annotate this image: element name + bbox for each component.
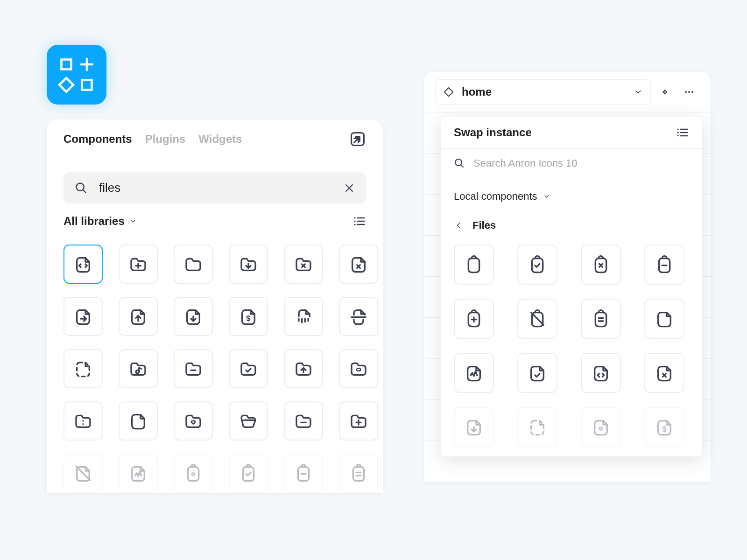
search-icon xyxy=(75,182,88,195)
list-view-icon[interactable] xyxy=(353,215,366,228)
file-code-icon[interactable] xyxy=(581,353,621,393)
instance-name: home xyxy=(462,85,626,98)
tab-plugins[interactable]: Plugins xyxy=(145,133,186,146)
category-back[interactable]: Files xyxy=(441,215,702,243)
folder-plus-icon[interactable] xyxy=(339,401,378,441)
clipboard-icon[interactable] xyxy=(454,245,494,285)
file-download-icon[interactable] xyxy=(174,297,213,336)
folder-remove-icon[interactable] xyxy=(284,245,323,284)
clipboard-minus-icon[interactable] xyxy=(284,454,323,493)
file-upload-icon[interactable] xyxy=(119,297,158,336)
svg-point-11 xyxy=(685,91,687,93)
svg-point-13 xyxy=(691,91,693,93)
svg-rect-2 xyxy=(59,78,73,92)
scope-dropdown[interactable]: Local components xyxy=(441,178,702,215)
clipboard-check-icon[interactable] xyxy=(229,454,268,493)
instance-header: home xyxy=(424,72,711,112)
components-panel: Components Plugins Widgets All libraries xyxy=(47,119,383,493)
square-outline-icon xyxy=(78,77,95,93)
file-code-icon[interactable] xyxy=(63,245,103,284)
file-dashed-icon[interactable] xyxy=(517,407,557,447)
clear-search-icon[interactable] xyxy=(344,182,355,194)
file-dollar-icon[interactable]: $ xyxy=(229,297,268,336)
svg-rect-3 xyxy=(82,80,92,90)
file-heart-icon[interactable] xyxy=(581,407,621,447)
swap-search-input[interactable] xyxy=(473,157,689,169)
folder-minus-2-icon[interactable] xyxy=(284,401,323,441)
tab-components[interactable]: Components xyxy=(63,133,132,146)
instance-diamond-icon xyxy=(443,86,454,98)
pop-out-icon[interactable] xyxy=(349,131,366,147)
square-icon xyxy=(58,56,75,73)
folder-icon[interactable] xyxy=(174,245,213,284)
svg-text:$: $ xyxy=(662,425,667,434)
svg-point-9 xyxy=(82,423,84,425)
file-slash-icon[interactable] xyxy=(63,454,103,493)
diamond-icon xyxy=(58,77,75,93)
clipboard-remove-icon[interactable] xyxy=(581,245,621,285)
folder-add-icon[interactable] xyxy=(119,245,158,284)
swap-search-box xyxy=(441,148,702,178)
search-input[interactable] xyxy=(99,181,332,195)
file-dollar-icon[interactable]: $ xyxy=(644,407,684,447)
instance-select[interactable]: home xyxy=(435,79,651,105)
svg-point-8 xyxy=(82,420,84,421)
category-label: Files xyxy=(472,219,496,231)
file-activity-icon[interactable] xyxy=(119,454,158,493)
clipboard-slash-icon[interactable] xyxy=(517,299,557,339)
folder-more-icon[interactable] xyxy=(63,401,103,441)
clipboard-heart-icon[interactable] xyxy=(174,454,213,493)
libraries-dropdown[interactable]: All libraries xyxy=(63,215,137,228)
file-export-icon[interactable] xyxy=(63,297,103,336)
file-remove-icon[interactable] xyxy=(339,245,378,284)
folder-check-icon[interactable] xyxy=(229,349,268,388)
folder-download-icon[interactable] xyxy=(229,245,268,284)
more-icon[interactable] xyxy=(679,82,699,102)
svg-point-12 xyxy=(688,91,690,93)
file-dashed-icon[interactable] xyxy=(63,349,103,388)
file-download-icon[interactable] xyxy=(454,407,494,447)
brand-badge xyxy=(47,45,106,105)
file-activity-icon[interactable] xyxy=(454,353,494,393)
file-remove-icon[interactable] xyxy=(644,353,684,393)
folder-heart-icon[interactable] xyxy=(174,401,213,441)
scope-label: Local components xyxy=(454,190,537,203)
folder-cloud-icon[interactable] xyxy=(339,349,378,388)
libraries-label: All libraries xyxy=(63,215,125,228)
swap-instance-panel: Swap instance Local components Files xyxy=(441,117,702,456)
file-icon[interactable] xyxy=(644,299,684,339)
file-blank-icon[interactable] xyxy=(119,401,158,441)
folder-open-icon[interactable] xyxy=(229,401,268,441)
svg-text:$: $ xyxy=(246,314,251,323)
chevron-down-icon xyxy=(543,193,550,200)
clipboard-check-icon[interactable] xyxy=(517,245,557,285)
tab-widgets[interactable]: Widgets xyxy=(198,133,242,146)
folder-minus-icon[interactable] xyxy=(174,349,213,388)
clipboard-text-icon[interactable] xyxy=(581,299,621,339)
folder-music-icon[interactable] xyxy=(119,349,158,388)
clipboard-add-icon[interactable] xyxy=(454,299,494,339)
search-icon xyxy=(454,158,465,169)
search-box xyxy=(63,172,366,203)
design-panel: home Swap instance xyxy=(424,72,711,482)
list-view-icon[interactable] xyxy=(676,126,689,139)
svg-rect-1 xyxy=(62,60,71,70)
file-check-icon[interactable] xyxy=(517,353,557,393)
icons-grid: $ xyxy=(47,239,383,493)
file-shred-icon[interactable] xyxy=(284,297,323,336)
file-scan-icon[interactable] xyxy=(339,297,378,336)
svg-rect-10 xyxy=(444,88,453,96)
chevron-down-icon xyxy=(634,87,643,97)
swap-icon[interactable] xyxy=(655,82,675,102)
swap-icons-grid: $ xyxy=(441,243,702,456)
plus-icon xyxy=(78,56,95,73)
folder-upload-icon[interactable] xyxy=(284,349,323,388)
clipboard-text-icon[interactable] xyxy=(339,454,378,493)
chevron-down-icon xyxy=(129,217,137,225)
clipboard-minus-icon[interactable] xyxy=(644,245,684,285)
swap-title: Swap instance xyxy=(454,126,532,139)
chevron-left-icon xyxy=(454,221,463,230)
tabs-row: Components Plugins Widgets xyxy=(47,119,383,159)
